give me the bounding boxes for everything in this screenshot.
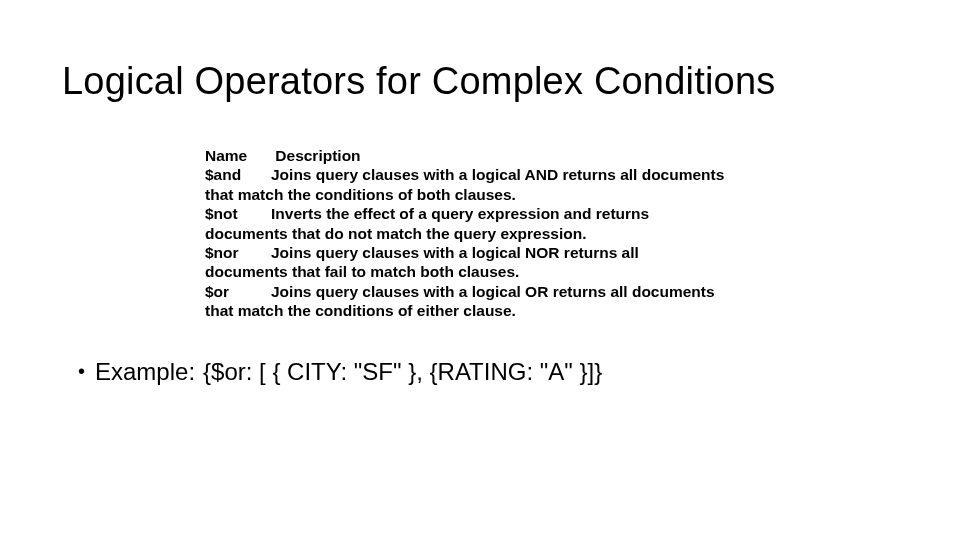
example-label: Example:	[95, 358, 195, 386]
page-title: Logical Operators for Complex Conditions	[62, 60, 775, 103]
example-code: {$or: [ { CITY: "SF" }, {RATING: "A" }]}	[203, 358, 602, 386]
header-desc: Description	[275, 147, 360, 164]
op-name: $and	[205, 165, 271, 184]
bullet-icon: •	[78, 360, 85, 383]
op-desc: Joins query clauses with a logical NOR r…	[205, 244, 639, 280]
table-row: $notInverts the effect of a query expres…	[205, 204, 725, 243]
example-line: • Example: {$or: [ { CITY: "SF" }, {RATI…	[78, 358, 602, 386]
slide: Logical Operators for Complex Conditions…	[0, 0, 960, 540]
table-row: $andJoins query clauses with a logical A…	[205, 165, 725, 204]
op-name: $not	[205, 204, 271, 223]
op-desc: Joins query clauses with a logical OR re…	[205, 283, 715, 319]
op-name: $or	[205, 282, 271, 301]
operators-block: Name Description $andJoins query clauses…	[205, 146, 725, 320]
table-row: $norJoins query clauses with a logical N…	[205, 243, 725, 282]
table-header-row: Name Description	[205, 146, 725, 165]
op-desc: Joins query clauses with a logical AND r…	[205, 166, 724, 202]
table-row: $orJoins query clauses with a logical OR…	[205, 282, 725, 321]
header-name: Name	[205, 146, 271, 165]
op-desc: Inverts the effect of a query expression…	[205, 205, 649, 241]
op-name: $nor	[205, 243, 271, 262]
